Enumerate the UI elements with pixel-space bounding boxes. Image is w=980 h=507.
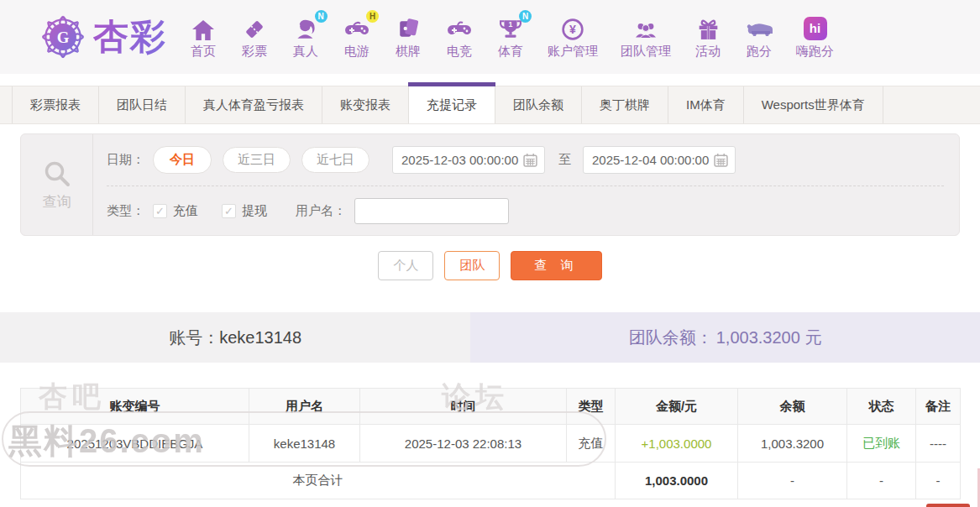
team-balance-value: 1,003.3200 元 xyxy=(716,327,822,349)
rhino-icon xyxy=(745,15,773,40)
query-button[interactable]: 查 询 xyxy=(511,251,601,280)
records-table-wrap: 账变编号 用户名 时间 类型 金额/元 余额 状态 备注 20251203VBD… xyxy=(20,388,960,499)
cell-username: keke13148 xyxy=(249,425,360,463)
col-balance: 余额 xyxy=(738,389,847,425)
col-amount: 金额/元 xyxy=(616,389,738,425)
range-3days-button[interactable]: 近三日 xyxy=(223,147,291,173)
checkbox-deposit[interactable]: ✓ 充值 xyxy=(153,203,198,219)
range-7days-button[interactable]: 近七日 xyxy=(301,147,369,173)
table-header-row: 账变编号 用户名 时间 类型 金额/元 余额 状态 备注 xyxy=(21,389,961,425)
col-type: 类型 xyxy=(567,389,616,425)
brand[interactable]: G 杏彩 xyxy=(38,12,167,62)
team-button[interactable]: 团队 xyxy=(444,251,500,280)
svg-text:¥: ¥ xyxy=(569,23,576,36)
status-badge: 已到账 xyxy=(847,425,916,463)
summary-bar: 账号： keke13148 团队余额： 1,003.3200 元 xyxy=(0,312,980,363)
report-tabbar: 彩票报表 团队日结 真人体育盈亏报表 账变报表 充提记录 团队余额 奥丁棋牌 I… xyxy=(0,86,980,124)
tab-deposit-withdraw-records[interactable]: 充提记录 xyxy=(409,86,495,123)
tab-account-changes[interactable]: 账变报表 xyxy=(322,86,409,123)
account-value: keke13148 xyxy=(219,328,301,348)
search-icon xyxy=(42,159,72,189)
calendar-icon xyxy=(714,153,728,167)
tab-im-sports[interactable]: IM体育 xyxy=(668,86,744,123)
checkbox-withdraw-box[interactable]: ✓ xyxy=(222,204,236,218)
cell-balance: 1,003.3200 xyxy=(738,425,847,463)
date-to-input[interactable]: 2025-12-04 00:00:00 xyxy=(583,146,736,174)
tab-team-daily[interactable]: 团队日结 xyxy=(99,86,186,123)
team-icon xyxy=(634,15,658,40)
nav-items: 首页 彩票 N 真人 H 电游 棋牌 电竞 xyxy=(189,15,834,60)
top-navigation: G 杏彩 首页 彩票 N 真人 H 电游 xyxy=(0,0,980,74)
coin-icon: ¥ xyxy=(562,15,584,40)
gamepad-icon: H xyxy=(345,15,369,40)
footer-status: - xyxy=(847,463,916,499)
floating-button-edge[interactable] xyxy=(926,504,970,507)
hot-badge: H xyxy=(366,10,379,23)
records-table: 账变编号 用户名 时间 类型 金额/元 余额 状态 备注 20251203VBD… xyxy=(20,388,961,499)
home-icon xyxy=(192,15,214,40)
col-username: 用户名 xyxy=(249,389,360,425)
filter-panel: 查询 日期： 今日 近三日 近七日 2025-12-03 00:00:00 至 … xyxy=(20,133,960,236)
svg-text:1: 1 xyxy=(509,19,513,28)
ticket-icon xyxy=(244,15,265,40)
svg-text:G: G xyxy=(57,29,70,46)
search-block-label: 查询 xyxy=(43,192,71,212)
table-row: 20251203VBDDIEBGJA keke13148 2025-12-03 … xyxy=(21,425,961,463)
date-from-input[interactable]: 2025-12-03 00:00:00 xyxy=(392,146,545,174)
calendar-icon xyxy=(523,153,537,167)
nav-item-lottery[interactable]: 彩票 xyxy=(240,15,269,60)
type-label: 类型： xyxy=(107,203,144,219)
nav-item-hi-paofen[interactable]: hi 嗨跑分 xyxy=(796,15,834,60)
footer-amount-total: 1,003.0000 xyxy=(616,463,738,499)
team-balance-label: 团队余额： xyxy=(629,327,713,349)
tab-wesports[interactable]: Wesports世界体育 xyxy=(744,86,883,123)
tab-lottery-report[interactable]: 彩票报表 xyxy=(12,86,99,123)
footer-label: 本页合计 xyxy=(21,463,616,499)
tab-live-sports-pnl[interactable]: 真人体育盈亏报表 xyxy=(186,86,322,123)
col-status: 状态 xyxy=(847,389,916,425)
cards-icon xyxy=(398,15,418,40)
action-buttons: 个人 团队 查 询 xyxy=(0,251,980,280)
nav-item-egames[interactable]: H 电游 xyxy=(343,15,371,60)
cell-change-id: 20251203VBDDIEBGJA xyxy=(21,425,249,463)
account-label: 账号： xyxy=(169,327,219,349)
cell-time: 2025-12-03 22:08:13 xyxy=(360,425,567,463)
new-badge: N xyxy=(519,10,532,23)
username-input[interactable] xyxy=(354,198,509,224)
cell-amount: +1,003.0000 xyxy=(616,425,738,463)
gift-icon xyxy=(698,15,719,40)
esports-gamepad-icon xyxy=(448,15,471,40)
date-label: 日期： xyxy=(107,152,144,168)
col-change-id: 账变编号 xyxy=(21,389,249,425)
nav-item-promotions[interactable]: 活动 xyxy=(694,15,722,60)
username-label: 用户名： xyxy=(296,203,346,219)
footer-remark: - xyxy=(916,463,961,499)
account-summary: 账号： keke13148 xyxy=(0,312,470,363)
range-today-button[interactable]: 今日 xyxy=(153,146,212,174)
nav-item-account-mgmt[interactable]: ¥ 账户管理 xyxy=(548,15,598,60)
date-to-label: 至 xyxy=(558,152,571,168)
brand-name: 杏彩 xyxy=(93,13,167,60)
trophy-icon: 1 N xyxy=(500,15,521,40)
checkbox-deposit-box[interactable]: ✓ xyxy=(153,204,167,218)
checkbox-withdraw[interactable]: ✓ 提现 xyxy=(222,203,267,219)
nav-item-esports[interactable]: 电竞 xyxy=(445,15,474,60)
nav-item-live[interactable]: N 真人 xyxy=(291,15,320,60)
nav-item-paofen[interactable]: 跑分 xyxy=(745,15,773,60)
brand-logo-icon: G xyxy=(38,12,88,62)
footer-balance: - xyxy=(738,463,847,499)
table-footer-row: 本页合计 1,003.0000 - - - xyxy=(21,463,961,499)
personal-button[interactable]: 个人 xyxy=(378,251,433,280)
nav-item-home[interactable]: 首页 xyxy=(189,15,217,60)
nav-item-sports[interactable]: 1 N 体育 xyxy=(496,15,525,60)
team-balance-summary: 团队余额： 1,003.3200 元 xyxy=(470,312,980,363)
nav-item-team-mgmt[interactable]: 团队管理 xyxy=(621,15,671,60)
cell-type: 充值 xyxy=(567,425,616,463)
nav-item-cards[interactable]: 棋牌 xyxy=(394,15,422,60)
tab-odin-cards[interactable]: 奥丁棋牌 xyxy=(582,86,668,123)
col-remark: 备注 xyxy=(916,389,961,425)
live-person-icon: N xyxy=(295,15,317,40)
search-block: 查询 xyxy=(21,134,93,235)
new-badge: N xyxy=(315,10,328,23)
tab-team-balance[interactable]: 团队余额 xyxy=(495,86,582,123)
